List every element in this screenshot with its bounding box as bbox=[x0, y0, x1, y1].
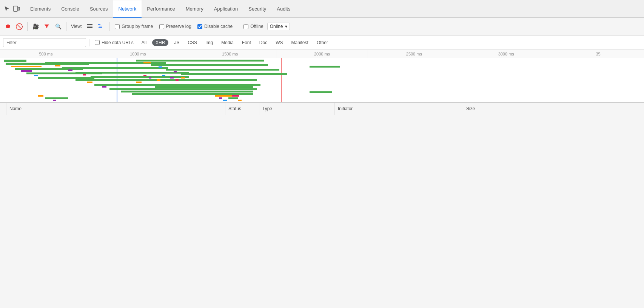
svg-rect-45 bbox=[219, 97, 222, 99]
ruler-mark-2500: 2500 ms bbox=[368, 50, 460, 58]
col-header-size: Size bbox=[463, 103, 644, 115]
svg-rect-32 bbox=[136, 60, 264, 62]
device-toggle-icon[interactable] bbox=[13, 5, 20, 12]
timeline-container: 500 ms 1000 ms 1500 ms 2000 ms 2500 ms 3… bbox=[0, 50, 644, 103]
svg-rect-22 bbox=[75, 72, 189, 74]
svg-rect-1 bbox=[18, 7, 20, 10]
tab-network[interactable]: Network bbox=[113, 0, 142, 18]
online-select[interactable]: Online ▾ bbox=[267, 23, 290, 30]
svg-rect-53 bbox=[155, 86, 253, 88]
network-toolbar: ⏺ 🚫 🎥 🔍 View: Group by frame Preserve bbox=[0, 18, 644, 35]
toolbar-divider-1 bbox=[27, 22, 28, 31]
svg-rect-7 bbox=[99, 27, 102, 28]
disable-cache-checkbox[interactable] bbox=[197, 24, 202, 29]
svg-rect-10 bbox=[4, 60, 26, 62]
tab-elements[interactable]: Elements bbox=[25, 0, 56, 18]
filter-input[interactable] bbox=[3, 38, 86, 47]
toolbar-divider-2 bbox=[66, 22, 66, 31]
offline-label[interactable]: Offline bbox=[243, 24, 263, 29]
hide-data-urls-checkbox[interactable] bbox=[95, 40, 100, 45]
filter-all-button[interactable]: All bbox=[139, 39, 149, 46]
svg-rect-24 bbox=[91, 76, 189, 78]
disable-cache-label[interactable]: Disable cache bbox=[197, 24, 233, 29]
preserve-log-label[interactable]: Preserve log bbox=[159, 24, 191, 29]
tab-audits[interactable]: Audits bbox=[271, 0, 296, 18]
svg-rect-51 bbox=[136, 82, 142, 83]
svg-rect-5 bbox=[98, 24, 100, 25]
ruler-mark-1500: 1500 ms bbox=[184, 50, 276, 58]
svg-rect-28 bbox=[102, 86, 106, 88]
svg-rect-26 bbox=[87, 82, 92, 83]
svg-rect-35 bbox=[159, 66, 162, 68]
svg-rect-3 bbox=[87, 26, 92, 26]
view-label: View: bbox=[71, 24, 82, 29]
tab-performance[interactable]: Performance bbox=[142, 0, 180, 18]
filter-media-button[interactable]: Media bbox=[219, 39, 236, 46]
col-header-initiator: Initiator bbox=[335, 103, 463, 115]
filter-css-button[interactable]: CSS bbox=[185, 39, 200, 46]
devtools-icon-group bbox=[3, 5, 20, 12]
svg-rect-2 bbox=[87, 24, 92, 25]
tab-application[interactable]: Application bbox=[209, 0, 243, 18]
timeline-waterfall bbox=[0, 58, 644, 103]
network-table-wrapper: Name Status Type Initiator Size bbox=[0, 103, 644, 296]
ruler-mark-3000: 3000 ms bbox=[460, 50, 552, 58]
tab-memory[interactable]: Memory bbox=[180, 0, 209, 18]
svg-rect-0 bbox=[14, 6, 17, 11]
col-header-checkbox bbox=[0, 103, 6, 115]
svg-rect-37 bbox=[174, 71, 177, 72]
svg-rect-43 bbox=[310, 91, 332, 93]
waterfall-view-button[interactable] bbox=[96, 22, 106, 31]
filter-icon-button[interactable] bbox=[42, 22, 52, 31]
tab-console[interactable]: Console bbox=[56, 0, 85, 18]
timeline-bars-svg bbox=[0, 58, 644, 103]
svg-rect-61 bbox=[170, 77, 174, 79]
filter-font-button[interactable]: Font bbox=[239, 39, 254, 46]
filter-xhr-button[interactable]: XHR bbox=[152, 39, 168, 46]
svg-rect-54 bbox=[166, 88, 257, 90]
filter-other-button[interactable]: Other bbox=[314, 39, 331, 46]
filter-divider-1 bbox=[89, 39, 89, 46]
cursor-icon[interactable] bbox=[3, 5, 11, 12]
devtools-tab-bar: Elements Console Sources Network Perform… bbox=[0, 0, 644, 18]
svg-rect-50 bbox=[128, 79, 257, 81]
svg-rect-42 bbox=[310, 66, 340, 68]
group-by-frame-checkbox[interactable] bbox=[115, 24, 120, 29]
screenshot-button[interactable]: 🎥 bbox=[31, 22, 40, 31]
search-button[interactable]: 🔍 bbox=[53, 22, 63, 31]
filter-ws-button[interactable]: WS bbox=[273, 39, 285, 46]
svg-rect-6 bbox=[99, 26, 102, 26]
svg-rect-17 bbox=[38, 77, 94, 79]
filter-js-button[interactable]: JS bbox=[171, 39, 182, 46]
group-by-frame-label[interactable]: Group by frame bbox=[115, 24, 153, 29]
svg-rect-38 bbox=[181, 73, 287, 75]
filter-doc-button[interactable]: Doc bbox=[257, 39, 270, 46]
hide-data-urls-label[interactable]: Hide data URLs bbox=[95, 40, 134, 45]
svg-rect-59 bbox=[157, 79, 160, 81]
col-header-name: Name bbox=[6, 103, 225, 115]
table-header: Name Status Type Initiator Size bbox=[0, 103, 644, 115]
list-view-button[interactable] bbox=[85, 22, 95, 31]
chevron-down-icon: ▾ bbox=[285, 24, 287, 29]
preserve-log-checkbox[interactable] bbox=[159, 24, 164, 29]
tab-sources[interactable]: Sources bbox=[85, 0, 113, 18]
tab-security[interactable]: Security bbox=[243, 0, 271, 18]
col-header-type: Type bbox=[259, 103, 335, 115]
svg-rect-63 bbox=[181, 77, 185, 79]
filter-row: Hide data URLs All XHR JS CSS Img Media … bbox=[0, 35, 644, 50]
svg-rect-14 bbox=[21, 70, 32, 72]
record-button[interactable]: ⏺ bbox=[3, 22, 13, 31]
filter-manifest-button[interactable]: Manifest bbox=[289, 39, 311, 46]
svg-rect-47 bbox=[228, 97, 238, 99]
svg-rect-58 bbox=[149, 77, 151, 79]
svg-rect-40 bbox=[45, 97, 68, 99]
svg-rect-56 bbox=[185, 93, 253, 95]
offline-checkbox[interactable] bbox=[243, 24, 248, 29]
svg-rect-36 bbox=[166, 69, 279, 71]
svg-rect-33 bbox=[143, 62, 151, 63]
filter-img-button[interactable]: Img bbox=[203, 39, 216, 46]
ruler-mark-500: 500 ms bbox=[0, 50, 92, 58]
svg-rect-12 bbox=[11, 66, 42, 67]
svg-rect-20 bbox=[62, 67, 168, 69]
clear-button[interactable]: 🚫 bbox=[14, 22, 24, 31]
